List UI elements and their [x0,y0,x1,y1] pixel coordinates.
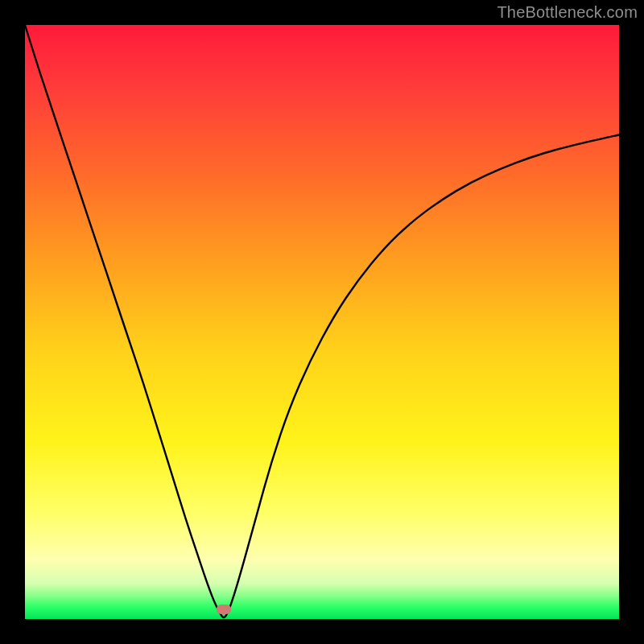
source-label: TheBottleneck.com [497,3,638,22]
minimum-marker [217,605,231,614]
curve-layer [25,25,619,619]
bottleneck-curve [25,25,619,617]
plot-area [25,25,619,619]
chart-frame: TheBottleneck.com [0,0,644,644]
